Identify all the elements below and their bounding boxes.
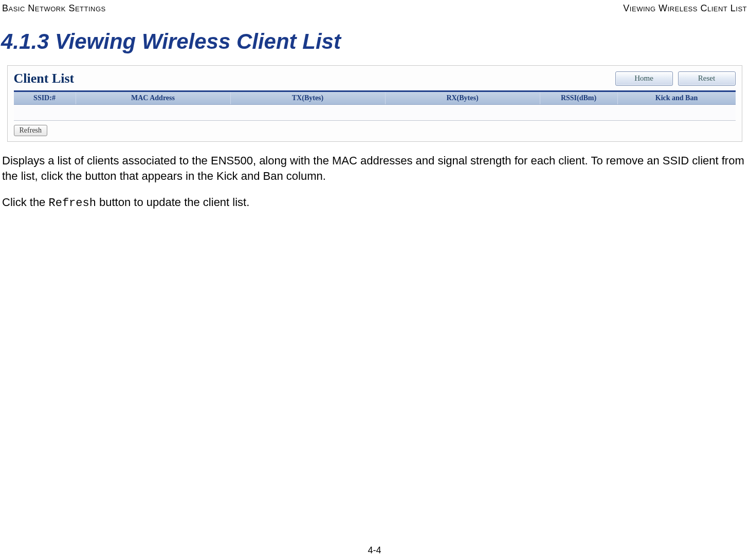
col-tx: TX(Bytes) (231, 92, 386, 104)
panel-title: Client List (14, 71, 75, 86)
table-header-row: SSID:# MAC Address TX(Bytes) RX(Bytes) R… (14, 92, 736, 105)
client-list-screenshot: Client List Home Reset SSID:# MAC Addres… (7, 65, 742, 142)
p2-suffix: button to update the client list. (96, 196, 249, 209)
home-button[interactable]: Home (615, 71, 673, 86)
running-head-right: Viewing Wireless Client List (623, 3, 747, 14)
reset-button[interactable]: Reset (678, 71, 736, 86)
running-head: Basic Network Settings Viewing Wireless … (0, 0, 749, 15)
col-rx: RX(Bytes) (386, 92, 540, 104)
running-head-left: Basic Network Settings (2, 3, 106, 14)
table-empty-row (14, 105, 736, 121)
page-number: 4-4 (0, 545, 749, 556)
col-kick: Kick and Ban (618, 92, 736, 104)
section-heading: 4.1.3 Viewing Wireless Client List (0, 29, 749, 54)
p2-code: Refresh (48, 197, 96, 210)
refresh-button[interactable]: Refresh (14, 125, 48, 136)
description-paragraph-1: Displays a list of clients associated to… (2, 153, 747, 183)
p2-prefix: Click the (2, 196, 48, 209)
description-paragraph-2: Click the Refresh button to update the c… (2, 195, 747, 211)
col-rssi: RSSI(dBm) (540, 92, 618, 104)
col-ssid: SSID:# (14, 92, 76, 104)
col-mac: MAC Address (76, 92, 231, 104)
